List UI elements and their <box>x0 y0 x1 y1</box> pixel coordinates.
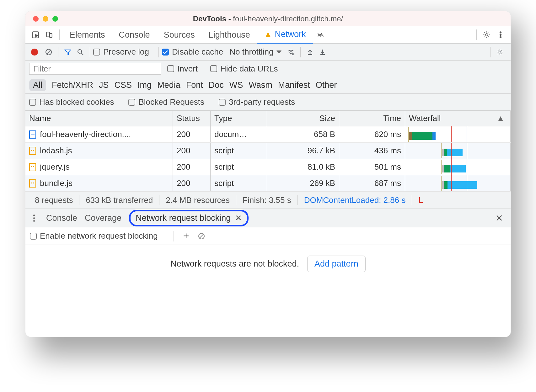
close-drawer-icon[interactable]: ✕ <box>495 213 507 224</box>
warning-icon: ▲ <box>264 29 272 39</box>
request-waterfall <box>405 175 511 191</box>
filter-type-fetch-xhr[interactable]: Fetch/XHR <box>52 80 93 90</box>
request-name: foul-heavenly-direction.... <box>40 130 131 139</box>
script-icon <box>29 163 36 171</box>
col-type[interactable]: Type <box>211 111 267 126</box>
svg-point-4 <box>500 32 501 33</box>
add-pattern-icon[interactable]: + <box>183 230 189 242</box>
request-status: 200 <box>173 159 211 175</box>
filter-type-all[interactable]: All <box>29 79 46 91</box>
filter-type-doc[interactable]: Doc <box>209 80 224 90</box>
svg-point-9 <box>78 50 82 53</box>
request-waterfall <box>405 143 511 159</box>
blocked-requests-checkbox[interactable]: Blocked Requests <box>128 97 204 107</box>
tab-console[interactable]: Console <box>112 26 157 44</box>
drawer-tab-network-request-blocking[interactable]: Network request blocking ✕ <box>129 210 249 226</box>
drawer-tab-console[interactable]: Console <box>46 213 77 223</box>
drawer-tab-coverage[interactable]: Coverage <box>85 213 121 223</box>
svg-point-5 <box>500 34 501 35</box>
network-toolbar: Preserve log Disable cache No throttling <box>25 44 511 61</box>
network-settings-icon[interactable] <box>494 46 506 58</box>
filter-type-css[interactable]: CSS <box>115 80 132 90</box>
filter-input[interactable] <box>29 63 161 75</box>
request-time: 436 ms <box>339 143 405 159</box>
window-titlebar: DevTools - foul-heavenly-direction.glitc… <box>25 11 511 26</box>
disable-cache-checkbox[interactable]: Disable cache <box>162 47 223 57</box>
tab-network[interactable]: ▲Network <box>257 26 313 44</box>
request-size: 81.0 kB <box>267 159 339 175</box>
request-waterfall <box>405 159 511 175</box>
network-table-body: foul-heavenly-direction.... 200 docum… 6… <box>25 126 511 192</box>
request-type: script <box>211 175 267 191</box>
request-time: 687 ms <box>339 175 405 191</box>
request-size: 658 B <box>267 126 339 142</box>
remove-all-patterns-icon[interactable] <box>195 230 208 242</box>
window-title: DevTools - foul-heavenly-direction.glitc… <box>25 14 511 23</box>
more-tabs-icon[interactable] <box>313 28 327 42</box>
network-status-bar: 8 requests 633 kB transferred 2.4 MB res… <box>25 192 511 209</box>
tab-elements[interactable]: Elements <box>63 26 112 44</box>
filter-icon[interactable] <box>62 46 74 58</box>
col-status[interactable]: Status <box>173 111 211 126</box>
svg-line-17 <box>200 234 203 238</box>
request-size: 96.7 kB <box>267 143 339 159</box>
throttling-select[interactable]: No throttling <box>229 47 281 57</box>
script-icon <box>29 147 36 155</box>
col-size[interactable]: Size <box>267 111 339 126</box>
status-domcontentloaded: DOMContentLoaded: 2.86 s <box>298 195 412 205</box>
filter-type-font[interactable]: Font <box>186 80 203 90</box>
search-icon[interactable] <box>74 46 87 58</box>
filter-type-js[interactable]: JS <box>99 80 109 90</box>
table-row[interactable]: foul-heavenly-direction.... 200 docum… 6… <box>25 126 511 143</box>
request-name: jquery.js <box>40 162 70 172</box>
resource-type-filter: All Fetch/XHR JS CSS Img Media Font Doc … <box>25 77 511 94</box>
table-row[interactable]: bundle.js 200 script 269 kB 687 ms <box>25 175 511 192</box>
filter-type-wasm[interactable]: Wasm <box>249 80 272 90</box>
empty-state-text: Network requests are not blocked. <box>170 259 299 269</box>
upload-har-icon[interactable] <box>304 46 316 58</box>
svg-point-15 <box>499 51 501 53</box>
svg-rect-1 <box>46 32 50 37</box>
enable-request-blocking-checkbox[interactable]: Enable network request blocking <box>30 231 158 241</box>
status-transferred: 633 kB transferred <box>79 195 159 205</box>
device-toolbar-icon[interactable] <box>42 28 56 42</box>
request-blocking-empty-state: Network requests are not blocked. Add pa… <box>25 245 511 283</box>
request-waterfall <box>405 126 511 142</box>
has-blocked-cookies-checkbox[interactable]: Has blocked cookies <box>29 97 114 107</box>
filter-type-manifest[interactable]: Manifest <box>278 80 310 90</box>
tab-sources[interactable]: Sources <box>157 26 202 44</box>
inspect-element-icon[interactable] <box>29 28 42 42</box>
col-name[interactable]: Name <box>25 111 173 126</box>
request-status: 200 <box>173 143 211 159</box>
tab-lighthouse[interactable]: Lighthouse <box>202 26 257 44</box>
invert-checkbox[interactable]: Invert <box>167 64 198 74</box>
drawer-more-icon[interactable] <box>29 215 39 222</box>
hide-data-urls-checkbox[interactable]: Hide data URLs <box>210 64 278 74</box>
third-party-requests-checkbox[interactable]: 3rd-party requests <box>219 97 295 107</box>
record-button[interactable] <box>31 49 38 56</box>
filter-type-img[interactable]: Img <box>137 80 152 90</box>
clear-icon[interactable] <box>42 46 55 58</box>
add-pattern-button[interactable]: Add pattern <box>307 256 366 272</box>
settings-icon[interactable] <box>480 28 494 42</box>
filter-type-media[interactable]: Media <box>157 80 180 90</box>
devtools-window: DevTools - foul-heavenly-direction.glitc… <box>25 11 511 337</box>
filter-row: Invert Hide data URLs <box>25 61 511 77</box>
more-menu-icon[interactable] <box>494 28 507 42</box>
request-time: 620 ms <box>339 126 405 142</box>
download-har-icon[interactable] <box>316 46 329 58</box>
preserve-log-checkbox[interactable]: Preserve log <box>93 47 149 57</box>
col-waterfall[interactable]: Waterfall▲ <box>405 111 511 126</box>
col-time[interactable]: Time <box>339 111 405 126</box>
close-tab-icon[interactable]: ✕ <box>235 213 242 223</box>
table-row[interactable]: jquery.js 200 script 81.0 kB 501 ms <box>25 159 511 175</box>
network-conditions-icon[interactable] <box>285 46 297 58</box>
filter-type-ws[interactable]: WS <box>229 80 243 90</box>
svg-rect-2 <box>50 34 52 38</box>
request-size: 269 kB <box>267 175 339 191</box>
sort-asc-icon: ▲ <box>496 114 505 123</box>
status-resources: 2.4 MB resources <box>159 195 236 205</box>
filter-type-other[interactable]: Other <box>316 80 337 90</box>
table-row[interactable]: lodash.js 200 script 96.7 kB 436 ms <box>25 143 511 159</box>
request-name: lodash.js <box>40 146 72 156</box>
